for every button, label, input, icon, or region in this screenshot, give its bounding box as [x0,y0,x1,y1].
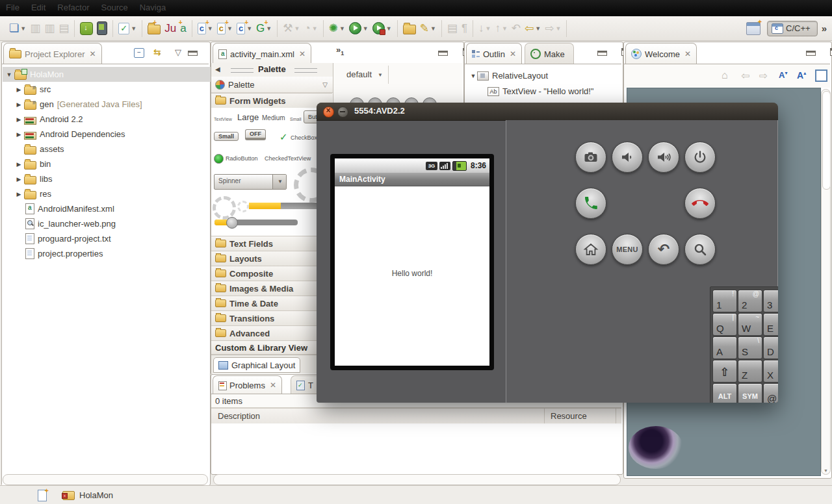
widget-progress-medium[interactable] [213,196,236,220]
key-shift[interactable]: ⇧ [712,360,737,383]
run-button[interactable]: ▼ [349,21,369,36]
tab-graphical-layout[interactable]: Graphical Layout [213,357,300,373]
debug-button[interactable]: ✺▼ [329,21,345,36]
col-resource[interactable]: Resource [551,411,587,421]
perspective-cpp-button[interactable]: C/C++ [767,21,818,36]
tree-item-holamon[interactable]: ▼HolaMon [3,67,211,82]
tree-item-res[interactable]: ▶res [3,186,221,201]
expander-icon[interactable]: ▼ [5,71,13,78]
back-button[interactable]: ↶ [648,234,679,265]
col-separator-2[interactable] [616,409,616,424]
tab-project-explorer[interactable]: Project Explorer ✕ [3,43,102,64]
menu-button[interactable]: MENU [612,234,643,265]
tree-item-project-properties[interactable]: project.properties [3,246,221,261]
android-sdk-manager-button[interactable] [80,21,93,36]
search-button[interactable] [684,234,716,265]
canvas-control-4[interactable] [404,97,419,103]
widget-medium-text[interactable]: Medium [262,114,285,121]
new-class-button[interactable]: c+▼ [198,21,213,36]
avd-manager-button[interactable] [97,21,107,36]
key-alt[interactable]: ALT [712,383,737,403]
collapse-all-icon[interactable]: − [134,48,144,58]
toolbar-overflow-chevron[interactable]: » [822,23,827,34]
project-explorer-hscrollbar[interactable] [3,474,208,485]
tree-item-libs[interactable]: ▶libs [3,171,221,186]
tab-problems[interactable]: Problems ✕ [213,375,282,394]
welcome-forward-icon[interactable]: ⇨ [759,69,768,82]
expander-icon[interactable]: ▶ [15,131,23,138]
palette-header[interactable]: Palette ▽ [211,77,333,93]
menu-naviga[interactable]: Naviga [140,3,166,12]
volume-down-button[interactable] [612,142,643,173]
seekbar-thumb[interactable] [226,217,238,229]
tab-project-explorer-close-icon[interactable]: ✕ [89,49,96,58]
menu-refactor[interactable]: Refactor [57,3,89,12]
tree-item-gen[interactable]: ▶gen[Generated Java Files] [3,97,221,112]
tree-item-android-2-2[interactable]: ▶Android 2.2 [3,112,221,127]
key-d[interactable]: D' [763,336,778,359]
tab-welcome-close-icon[interactable]: ✕ [684,49,691,58]
palette-section-images-media[interactable]: Images & Media [211,281,332,296]
key-e[interactable]: E" [763,313,778,336]
welcome-vscroll-thumb[interactable] [822,91,831,190]
editor-minimize-icon[interactable] [438,51,448,56]
end-call-button[interactable] [684,188,716,219]
widget-checkbox-check-icon[interactable]: ✓ [280,131,288,143]
tree-item-android-dependencies[interactable]: ▶Android Dependencies [3,127,221,142]
key-w[interactable]: W~ [738,313,762,336]
key-a[interactable]: A [712,336,737,359]
editor-more-tabs-chevron[interactable]: »1 [336,45,344,57]
key-z[interactable]: Z [738,360,762,383]
customize-page-icon[interactable] [815,69,827,82]
new-wizard-button[interactable]: ❏▼ [9,21,26,36]
camera-button[interactable] [575,142,606,173]
volume-up-button[interactable] [648,142,679,173]
welcome-home-icon[interactable]: ⌂ [722,69,728,81]
open-resource-button[interactable] [403,21,416,36]
view-menu-icon[interactable]: ▽ [175,47,181,57]
new-package-button[interactable]: c+▼ [217,21,233,36]
key-2[interactable]: 2@ [738,290,762,312]
minimize-view-icon[interactable] [188,51,198,56]
expander-icon[interactable]: ▶ [15,116,23,123]
expander-icon[interactable]: ▶ [15,101,23,108]
canvas-control-5[interactable] [422,97,437,103]
tree-item-src[interactable]: ▶src [3,82,221,97]
tab-activity-main[interactable]: activity_main.xml ✕ [213,43,311,64]
widget-checkedtextview[interactable]: CheckedTextView [265,155,311,162]
tab-make[interactable]: Make [525,43,574,64]
tree-item-ic-launcher-web-png[interactable]: ic_launcher-web.png [3,216,221,231]
menu-edit[interactable]: Edit [31,3,46,12]
key-3[interactable]: 3# [763,290,778,312]
problems-hscrollbar[interactable] [213,474,621,485]
col-description[interactable]: Description [218,411,260,421]
expander-icon[interactable]: ▶ [15,161,23,168]
welcome-maximize-icon[interactable] [830,48,832,56]
palette-section-transitions[interactable]: Transitions [211,310,332,326]
tab-activity-main-close-icon[interactable]: ✕ [299,49,306,58]
run-external-tools-button[interactable]: ▼ [372,21,392,36]
palette-section-text-fields[interactable]: Text Fields [211,236,332,251]
palette-collapse-icon[interactable]: ◀ [215,66,220,73]
junit-button[interactable]: Ju [164,21,176,36]
palette-section-composite[interactable]: Composite [211,266,332,281]
menu-file[interactable]: File [6,3,20,12]
tab-outline[interactable]: Outlin ✕ [466,43,522,64]
home-button[interactable] [575,234,606,265]
open-perspective-icon[interactable] [746,22,760,35]
key-sym[interactable]: SYM [738,383,762,403]
tree-item-androidmanifest-xml[interactable]: AndroidManifest.xml [3,201,221,216]
welcome-vscrollbar[interactable]: ▼ [821,89,831,475]
canvas-control-3[interactable] [386,97,400,103]
outline-item-textview[interactable]: AbTextView - "Hello world!" [465,84,629,99]
new-annotation-button[interactable]: a+ [180,21,186,36]
expander-icon[interactable]: ▼ [469,73,477,79]
widget-toggle-button[interactable]: OFF [245,129,266,140]
tab-welcome[interactable]: Welcome ✕ [625,43,697,64]
widget-small-text[interactable]: Small [290,117,302,121]
palette-menu-chevron-icon[interactable]: ▽ [322,81,328,88]
widget-textview[interactable]: TextView [214,117,232,121]
col-separator-1[interactable] [544,409,545,424]
config-selector-dropdown[interactable]: default [346,69,372,79]
canvas-control-1[interactable] [350,97,364,103]
